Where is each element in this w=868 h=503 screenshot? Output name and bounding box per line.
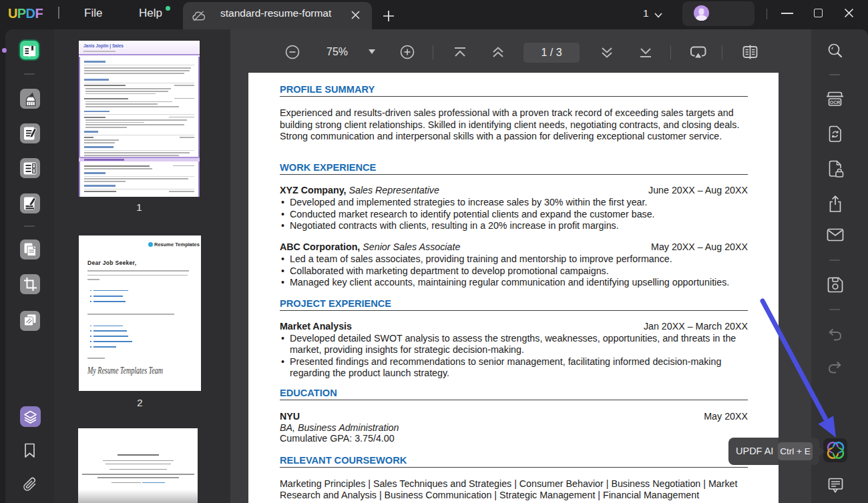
svg-text:OCR: OCR — [830, 100, 841, 105]
